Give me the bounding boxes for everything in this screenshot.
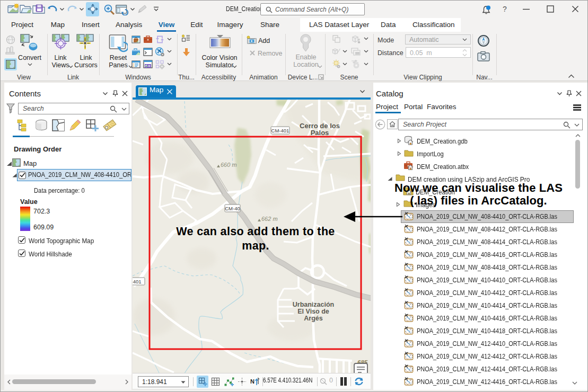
svg-text:CM-40: CM-40 [225, 205, 240, 211]
svg-text:Urbanización: Urbanización [293, 301, 335, 308]
svg-text:N: N [250, 378, 254, 385]
svg-text:Palos: Palos [311, 129, 329, 137]
svg-text:-401: -401 [133, 278, 142, 284]
svg-text:Argés: Argés [304, 315, 322, 322]
svg-text:660 m: 660 m [221, 162, 237, 168]
svg-text:El Viso de: El Viso de [297, 308, 329, 315]
svg-text:CM-401: CM-401 [271, 127, 289, 133]
svg-text:662 m: 662 m [261, 216, 278, 222]
